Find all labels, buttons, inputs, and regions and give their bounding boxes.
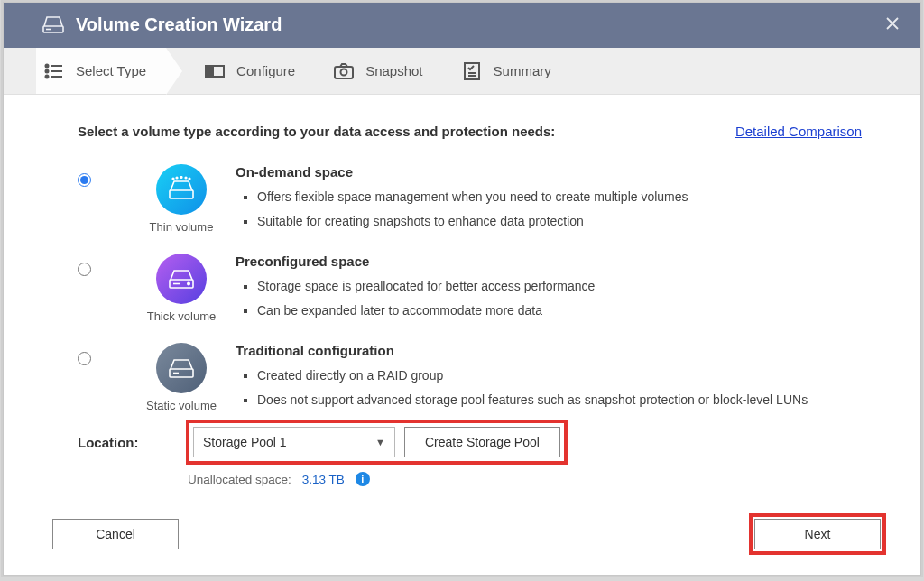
option-bullet: Can be expanded later to accommodate mor… [257,299,862,323]
list-icon [43,60,65,82]
svg-point-13 [341,69,347,75]
camera-icon [333,60,355,82]
location-row: Location: Storage Pool 1 ▼ Create Storag… [78,421,862,463]
svg-rect-26 [170,369,193,377]
storage-pool-select[interactable]: Storage Pool 1 ▼ [193,427,395,457]
footer: Cancel Next [4,508,920,575]
svg-point-21 [185,177,187,179]
radio-thin[interactable] [78,173,91,187]
content-area: Select a volume type according to your d… [4,95,920,508]
static-volume-icon [156,343,207,393]
svg-point-25 [188,282,189,284]
option-title: On-demand space [236,164,862,180]
option-bullet: Suitable for creating snapshots to enhan… [257,209,862,234]
radio-thick[interactable] [78,263,91,276]
cancel-button[interactable]: Cancel [52,519,179,549]
svg-point-4 [46,64,49,67]
static-volume-label: Static volume [146,399,217,412]
option-static: Static volume Traditional configuration … [78,343,862,412]
option-bullet: Does not support advanced storage pool f… [257,388,862,412]
svg-point-19 [176,177,178,179]
unallocated-value: 3.13 TB [302,473,345,486]
caret-down-icon: ▼ [375,437,385,447]
svg-rect-17 [170,190,193,198]
option-title: Preconfigured space [236,254,862,269]
step-snapshot[interactable]: Snapshot [333,48,422,94]
step-label: Snapshot [365,63,422,78]
step-select-type[interactable]: Select Type [36,48,166,94]
window-title: Volume Creation Wizard [76,14,282,34]
step-configure[interactable]: Configure [204,48,295,94]
titlebar: Volume Creation Wizard [4,3,920,48]
thin-volume-label: Thin volume [150,220,214,234]
create-storage-pool-button[interactable]: Create Storage Pool [404,427,560,457]
step-label: Summary [494,63,551,78]
close-button[interactable] [881,12,904,35]
thick-volume-icon [156,254,207,304]
prompt-text: Select a volume type according to your d… [78,124,555,139]
step-label: Select Type [76,63,146,78]
option-thick: Thick volume Preconfigured space Storage… [78,254,862,323]
storage-pool-value: Storage Pool 1 [203,435,287,449]
layout-icon [204,60,226,82]
svg-point-6 [46,69,49,72]
thin-volume-icon [156,164,207,215]
wizard-window: Volume Creation Wizard Select Type Confi… [3,2,921,576]
next-button[interactable]: Next [754,519,881,549]
option-bullet: Offers flexible space management when yo… [257,185,862,209]
info-icon[interactable]: i [356,472,370,486]
highlight-next: Next [751,515,884,553]
svg-point-8 [46,75,49,78]
step-summary[interactable]: Summary [461,48,551,94]
svg-point-22 [189,178,190,180]
option-title: Traditional configuration [236,343,862,358]
svg-point-18 [172,178,174,180]
option-bullet: Storage space is preallocated for better… [257,274,862,299]
highlight-location: Storage Pool 1 ▼ Create Storage Pool [188,421,566,463]
radio-static[interactable] [78,352,91,365]
thick-volume-label: Thick volume [147,309,217,323]
checklist-icon [461,60,483,82]
step-label: Configure [236,63,295,78]
option-thin: Thin volume On-demand space Offers flexi… [78,164,862,234]
unallocated-row: Unallocated space: 3.13 TB i [188,472,862,486]
location-label: Location: [78,435,173,450]
option-bullet: Created directly on a RAID group [257,364,862,388]
unallocated-label: Unallocated space: [188,473,291,486]
wizard-stepper: Select Type Configure Snapshot Summary [4,48,920,95]
svg-rect-14 [465,63,479,79]
svg-rect-11 [208,68,213,75]
detailed-comparison-link[interactable]: Detailed Comparison [735,124,862,139]
drive-icon [42,14,65,34]
svg-point-20 [180,177,182,179]
